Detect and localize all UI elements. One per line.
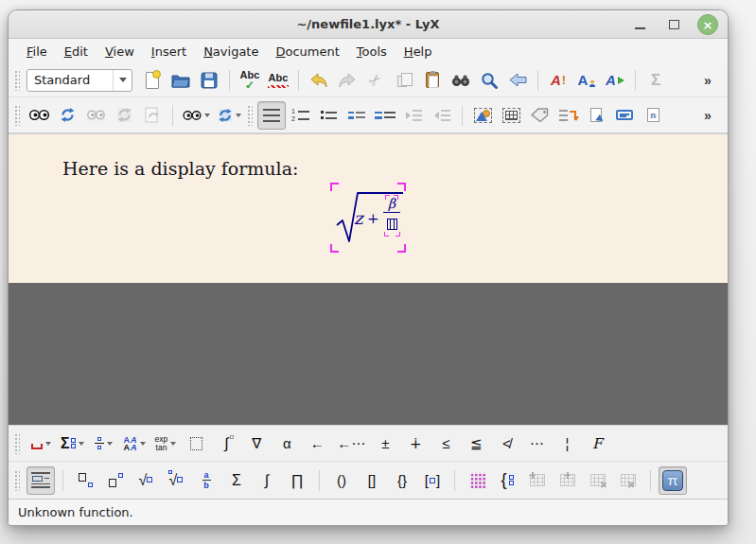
integral-button[interactable]: ∫ xyxy=(253,466,281,495)
insert-crossref-button[interactable] xyxy=(554,101,582,130)
leq-button[interactable]: ≤ xyxy=(431,430,460,458)
formula-fraction[interactable]: β xyxy=(381,194,402,237)
menu-insert[interactable]: Insert xyxy=(143,42,195,61)
noun-button[interactable]: A xyxy=(572,66,601,95)
subscript-button[interactable] xyxy=(71,466,99,495)
view-master-button[interactable] xyxy=(81,101,110,130)
titlebar[interactable]: ~/newfile1.lyx* - LyX × xyxy=(9,10,728,39)
menu-help[interactable]: Help xyxy=(396,42,441,61)
toolbar-drag-handle[interactable] xyxy=(14,470,20,491)
nabla-button[interactable]: ∇ xyxy=(242,430,271,458)
dot-plus-button[interactable]: ∔ xyxy=(401,430,430,458)
insert-table-button[interactable] xyxy=(497,101,525,130)
paste-button[interactable] xyxy=(418,66,447,95)
apply-last-style-button[interactable]: A xyxy=(601,66,629,95)
style-frame-button[interactable] xyxy=(182,430,210,458)
insert-label-button[interactable] xyxy=(525,101,554,130)
new-document-button[interactable] xyxy=(138,66,167,95)
menu-tools[interactable]: Tools xyxy=(348,42,396,61)
fraction-numerator[interactable]: β xyxy=(385,195,398,211)
paragraph-style-select[interactable]: Standard xyxy=(26,69,132,92)
nth-root-button[interactable]: √ xyxy=(162,466,190,495)
cut-button[interactable]: ✂ xyxy=(361,66,390,95)
math-inset[interactable]: z + β xyxy=(330,183,406,253)
update-other-formats-button[interactable] xyxy=(214,101,245,130)
display-formula-button[interactable] xyxy=(26,466,55,495)
menu-navigate[interactable]: Navigate xyxy=(195,42,267,61)
fraction-style-button[interactable] xyxy=(90,430,118,458)
sqrt-button[interactable]: √ xyxy=(132,466,160,495)
add-row-button[interactable] xyxy=(523,466,552,495)
functions-button[interactable]: exptan xyxy=(151,430,181,458)
paragraph-text[interactable]: Here is a display formula: xyxy=(62,158,298,179)
cdots-button[interactable]: ⋯ xyxy=(522,430,551,458)
minimize-button[interactable] xyxy=(629,14,650,35)
integral-limits-button[interactable]: ∫ xyxy=(212,430,240,458)
insert-graphics-button[interactable] xyxy=(468,101,497,130)
numbered-list-button[interactable]: 1 2 xyxy=(286,101,314,130)
labeling-list-button[interactable] xyxy=(343,101,371,130)
search-button[interactable] xyxy=(475,66,503,95)
toolbar-drag-handle[interactable] xyxy=(247,105,253,126)
leqq-button[interactable]: ≦ xyxy=(462,430,490,458)
font-style-button[interactable]: AAAA xyxy=(120,430,149,458)
undo-button[interactable] xyxy=(305,66,333,95)
matrix-button[interactable] xyxy=(463,466,491,495)
product-button[interactable]: ∏ xyxy=(283,466,311,495)
decrease-depth-button[interactable] xyxy=(428,101,456,130)
copy-button[interactable] xyxy=(390,66,418,95)
math-panel-toggle-button[interactable]: π xyxy=(659,466,687,495)
long-arrow-button[interactable]: ←⋯ xyxy=(333,430,369,458)
menu-view[interactable]: View xyxy=(97,42,143,61)
increase-depth-button[interactable] xyxy=(399,101,428,130)
sum-decoration-button[interactable]: Σ xyxy=(57,430,88,458)
plus-minus-button[interactable]: ± xyxy=(371,430,399,458)
insert-float-button[interactable] xyxy=(610,101,639,130)
insert-math-button[interactable]: Σ xyxy=(642,66,670,95)
bullet-list-button[interactable] xyxy=(314,101,343,130)
sum-button[interactable]: Σ xyxy=(222,466,251,495)
divides-button[interactable]: ¦ xyxy=(553,430,581,458)
arrow-left-button[interactable]: ← xyxy=(303,430,331,458)
navigate-back-button[interactable] xyxy=(503,66,532,95)
redo-button[interactable] xyxy=(333,66,361,95)
view-other-formats-button[interactable] xyxy=(179,101,214,130)
menu-edit[interactable]: Edit xyxy=(56,42,97,61)
continuous-spellcheck-button[interactable]: Abc xyxy=(264,66,292,95)
parentheses-button[interactable]: () xyxy=(327,466,356,495)
cases-button[interactable]: { xyxy=(493,466,521,495)
update-view-button[interactable] xyxy=(53,101,81,130)
insert-note-button[interactable]: n xyxy=(639,101,667,130)
greek-alpha-button[interactable]: α xyxy=(273,430,301,458)
digamma-button[interactable]: F xyxy=(583,430,611,458)
empty-placeholder-box[interactable] xyxy=(387,219,397,230)
math-space-button[interactable] xyxy=(26,430,55,458)
superscript-button[interactable] xyxy=(101,466,130,495)
update-master-button[interactable] xyxy=(110,101,138,130)
paragraph-justify-button[interactable] xyxy=(257,101,286,130)
toolbar-drag-handle[interactable] xyxy=(14,105,20,126)
add-column-button[interactable] xyxy=(554,466,582,495)
delete-row-button[interactable] xyxy=(584,466,612,495)
menu-document[interactable]: Document xyxy=(267,42,347,61)
open-document-button[interactable] xyxy=(167,66,195,95)
toolbar-drag-handle[interactable] xyxy=(14,433,20,454)
braces-button[interactable]: {} xyxy=(388,466,416,495)
not-less-button[interactable]: ≮ xyxy=(492,430,520,458)
delimiters-button[interactable]: [ ] xyxy=(418,466,447,495)
view-button[interactable] xyxy=(25,101,53,130)
toolbar-drag-handle[interactable] xyxy=(14,70,20,91)
fraction-button[interactable]: ab xyxy=(192,466,220,495)
delete-column-button[interactable] xyxy=(614,466,642,495)
document-canvas[interactable]: Here is a display formula: z + β xyxy=(9,134,728,283)
spellcheck-button[interactable]: Abc ✓ xyxy=(236,66,264,95)
description-list-button[interactable] xyxy=(371,101,399,130)
toolbar2-overflow-button[interactable]: » xyxy=(694,101,722,130)
emphasis-button[interactable]: A ! xyxy=(544,66,572,95)
menu-file[interactable]: File xyxy=(18,42,56,61)
close-button[interactable]: × xyxy=(697,14,718,35)
save-document-button[interactable] xyxy=(195,66,223,95)
brackets-button[interactable]: [] xyxy=(358,466,386,495)
update-document-button[interactable] xyxy=(138,101,167,130)
fraction-denominator[interactable] xyxy=(384,216,400,237)
